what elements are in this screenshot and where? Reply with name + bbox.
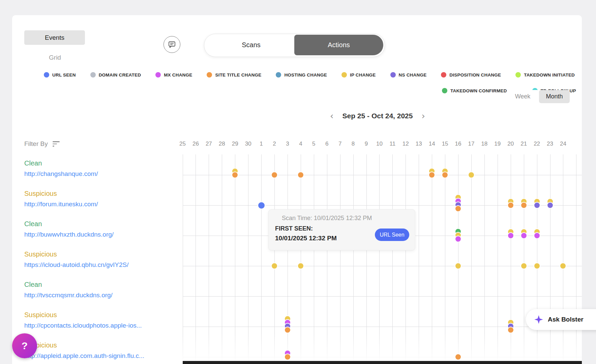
event-dot-yellow[interactable] (468, 172, 475, 178)
legend-dot-icon (276, 72, 281, 78)
event-dot-yellow[interactable] (534, 263, 540, 269)
grid-vertical-line (419, 154, 419, 361)
event-dot-orange[interactable] (284, 327, 291, 333)
event-dot-yellow[interactable] (455, 263, 461, 269)
events-button[interactable]: Events (24, 30, 85, 45)
date-range-label: Sep 25 - Oct 24, 2025 (342, 112, 413, 120)
event-dot-purple[interactable] (547, 202, 554, 209)
grid-vertical-line (576, 154, 576, 361)
grid-vertical-line (498, 154, 498, 361)
grid-vertical-line (458, 154, 458, 361)
week-toggle-button[interactable]: Week (506, 90, 539, 103)
event-dot-orange[interactable] (507, 327, 514, 333)
sparkle-icon (534, 315, 543, 324)
event-dot-yellow[interactable] (520, 263, 527, 269)
grid-vertical-line (314, 154, 314, 361)
event-dot-orange[interactable] (507, 202, 514, 209)
day-column-label: 12 (399, 141, 412, 147)
event-dot-orange[interactable] (284, 354, 291, 360)
legend-item: HOSTING CHANGE (276, 72, 327, 78)
legend-label: TAKEDOWN CONFIRMED (450, 88, 507, 93)
grid-vertical-line (366, 154, 367, 361)
row-url-link[interactable]: http://changshanque.com/ (24, 170, 173, 178)
day-column-label: 16 (451, 141, 465, 147)
legend-item: DISPOSITION CHANGE (441, 72, 501, 78)
legend-label: IP CHANGE (350, 72, 376, 78)
event-dot-purple[interactable] (534, 202, 540, 209)
help-button[interactable]: ? (12, 333, 37, 358)
url-seen-badge[interactable]: URL Seen (375, 229, 409, 241)
event-dot-yellow[interactable] (271, 263, 278, 269)
day-column-label: 23 (543, 141, 557, 147)
event-dot-magenta[interactable] (520, 232, 527, 239)
legend-dot-icon (90, 72, 96, 78)
legend-item: SITE TITLE CHANGE (207, 72, 261, 78)
grid-vertical-line (274, 154, 275, 361)
grid-vertical-line (340, 154, 340, 361)
grid-vertical-line (537, 154, 537, 361)
legend-dot-icon (207, 72, 212, 78)
tooltip-first-seen-value: 10/01/2025 12:32 PM (275, 235, 337, 242)
event-dot-blue[interactable] (258, 202, 265, 209)
event-dot-orange[interactable] (455, 205, 461, 212)
prev-date-icon[interactable]: ‹ (329, 112, 334, 120)
legend-label: URL SEEN (52, 72, 76, 78)
tab-scans[interactable]: Scans (209, 35, 293, 55)
tab-actions[interactable]: Actions (294, 35, 383, 55)
row-url-link[interactable]: http://buwwvhxzth.duckdns.org/ (24, 231, 173, 238)
legend-item: DOMAIN CREATED (90, 72, 141, 78)
event-dot-magenta[interactable] (507, 232, 514, 239)
event-dot-yellow[interactable] (297, 263, 304, 269)
day-column-label: 14 (425, 141, 439, 147)
legend-item: NS CHANGE (390, 72, 427, 78)
event-dot-magenta[interactable] (534, 232, 540, 239)
grid-vertical-line (563, 154, 563, 361)
event-dot-magenta[interactable] (455, 236, 461, 242)
day-column-label: 22 (530, 141, 544, 147)
row-url-link[interactable]: http://forum.itunesku.com/ (24, 201, 173, 208)
grid-horizontal-line (183, 296, 582, 297)
event-dot-orange[interactable] (297, 172, 304, 178)
event-dot-orange[interactable] (455, 354, 461, 360)
ask-bolster-button[interactable]: Ask Bolster (526, 309, 596, 330)
day-column-label: 4 (294, 141, 307, 147)
grid-bottom-fade (183, 334, 582, 361)
day-column-label: 2 (268, 141, 281, 147)
legend-label: TAKEDOWN INITIATED (524, 72, 575, 78)
month-toggle-button[interactable]: Month (539, 90, 570, 103)
chat-button[interactable] (163, 36, 180, 53)
grid-vertical-line (392, 154, 393, 361)
row-url-link[interactable]: http://tvsccmqsmr.duckdns.org/ (24, 292, 173, 299)
event-dot-orange[interactable] (442, 172, 448, 178)
grid-bottom-scrollbar[interactable] (183, 361, 582, 364)
day-column-label: 7 (333, 141, 347, 147)
grid-vertical-line (327, 154, 327, 361)
grid-vertical-line (196, 154, 196, 361)
row-status-label: Clean (24, 281, 169, 289)
row-url-link[interactable]: http://appleid.apple.com.auth-signin.flu… (24, 352, 173, 360)
grid-vertical-line (471, 154, 472, 361)
day-column-label: 19 (491, 141, 504, 147)
grid-vertical-line (183, 154, 183, 361)
grid-view-label[interactable]: Grid (40, 54, 70, 61)
legend-label: DISPOSITION CHANGE (449, 72, 501, 78)
day-column-label: 24 (556, 141, 570, 147)
row-url-link[interactable]: https://icloud-autoid.qbhu.cn/gvIY2S/ (24, 261, 173, 269)
legend-item: URL SEEN (44, 72, 76, 78)
event-dot-orange[interactable] (520, 202, 527, 209)
row-url-link[interactable]: http://cpcontacts.icloudphotos.apple-ios… (24, 322, 173, 329)
legend-label: SITE TITLE CHANGE (215, 72, 261, 78)
grid-vertical-line (261, 154, 262, 361)
tooltip-first-seen-label: FIRST SEEN: (275, 225, 313, 232)
event-dot-orange[interactable] (271, 172, 278, 178)
day-column-label: 5 (307, 141, 321, 147)
next-date-icon[interactable]: › (421, 112, 425, 120)
day-column-label: 30 (241, 141, 255, 147)
filter-icon[interactable] (53, 141, 60, 146)
grid-vertical-line (550, 154, 550, 361)
legend-dot-icon (442, 88, 447, 93)
row-status-label: Suspicious (24, 190, 169, 198)
day-column-label: 25 (176, 141, 189, 147)
grid-vertical-line (484, 154, 485, 361)
filter-by[interactable]: Filter By (24, 140, 60, 148)
